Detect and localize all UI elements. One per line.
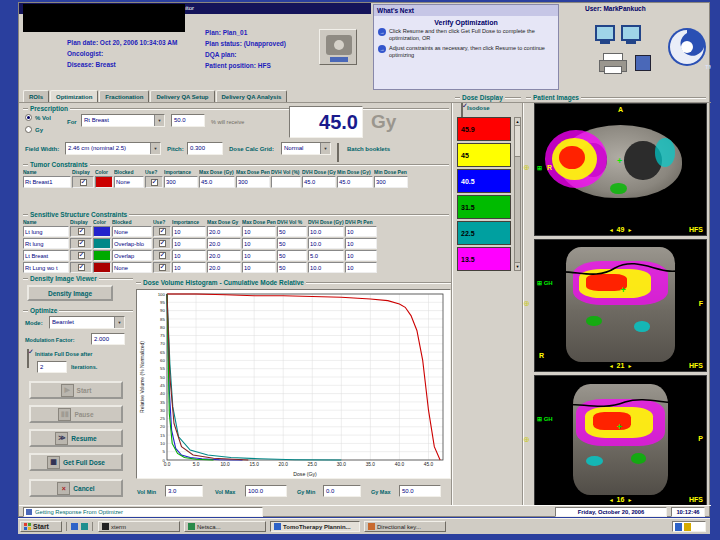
pan-crosshair-icon[interactable]: ⊕ (523, 435, 530, 444)
monitor-icon[interactable] (621, 25, 641, 44)
oar-dvh-dose-input[interactable]: 10.0 (308, 262, 344, 273)
oar-dvh-vol-input[interactable]: 50 (277, 262, 307, 273)
tray-icon[interactable] (684, 523, 691, 531)
oar-color-swatch[interactable] (93, 226, 111, 237)
oar-display-checkbox[interactable] (70, 262, 92, 273)
ct-view-coronal[interactable]: ⊞ GH R F + ◄ 21 ► HFS (534, 239, 707, 372)
isodose-scrollbar[interactable]: ▲ ▼ (514, 117, 521, 271)
start-button[interactable]: ▶Start (29, 381, 123, 399)
oar-max-pen-input[interactable]: 10 (242, 238, 276, 249)
oar-max-dose-input[interactable]: 20.0 (207, 250, 241, 261)
iterations-input[interactable]: 2 (37, 361, 67, 373)
pitch-input[interactable]: 0.300 (187, 142, 223, 155)
pause-button[interactable]: ▮▮Pause (29, 405, 123, 423)
gy-min-input[interactable]: 0.0 (323, 485, 361, 497)
density-image-button[interactable]: Density Image (27, 285, 113, 301)
chevron-down-icon[interactable]: ▼ (150, 143, 160, 154)
oar-use-checkbox[interactable] (153, 238, 171, 249)
ct-view-axial[interactable]: + A ⊞ R ◄ 49 ► HFS (534, 103, 707, 236)
oar-blocked-select[interactable]: Overlap-blo (112, 238, 152, 249)
tumor-min-pen-input[interactable]: 300 (374, 176, 408, 188)
oar-blocked-select[interactable]: Overlap (112, 250, 152, 261)
oar-blocked-select[interactable]: None (112, 226, 152, 237)
taskbar-task[interactable]: Directional key... (364, 521, 446, 532)
oar-max-dose-input[interactable]: 20.0 (207, 238, 241, 249)
taskbar-task[interactable]: Netsca... (184, 521, 266, 532)
chevron-down-icon[interactable]: ▼ (114, 317, 124, 328)
tool-icon[interactable] (635, 55, 651, 71)
tumor-min-dose-input[interactable]: 45.0 (337, 176, 373, 188)
vol-min-input[interactable]: 3.0 (165, 485, 203, 497)
oar-dvh-dose-input[interactable]: 10.0 (308, 226, 344, 237)
modulation-factor-input[interactable]: 2.000 (91, 333, 125, 345)
vol-max-input[interactable]: 100.0 (245, 485, 287, 497)
oar-display-checkbox[interactable] (70, 250, 92, 261)
tumor-color-swatch[interactable] (95, 176, 113, 188)
oar-use-checkbox[interactable] (153, 262, 171, 273)
structure-select[interactable]: Rt Breast▼ (81, 114, 165, 127)
isodose-level[interactable]: 31.5 (457, 195, 511, 219)
quick-launch-icon[interactable] (81, 523, 88, 530)
chevron-down-icon[interactable]: ▼ (154, 115, 164, 126)
oar-dvh-vol-input[interactable]: 50 (277, 226, 307, 237)
printer-icon[interactable] (599, 53, 625, 73)
oar-dvh-dose-input[interactable]: 10.0 (308, 238, 344, 249)
radio-gy[interactable] (25, 126, 32, 133)
oar-dvh-dose-input[interactable]: 5.0 (308, 250, 344, 261)
oar-color-swatch[interactable] (93, 238, 111, 249)
scroll-up-icon[interactable]: ▲ (515, 118, 520, 126)
get-full-dose-button[interactable]: ▦Get Full Dose (29, 453, 123, 471)
batch-checkbox[interactable] (337, 143, 339, 162)
prescription-radio-percent-vol[interactable]: % Vol (25, 114, 51, 121)
start-button[interactable]: Start (20, 521, 62, 532)
oar-max-pen-input[interactable]: 10 (242, 262, 276, 273)
tumor-use-checkbox[interactable] (145, 176, 163, 188)
taskbar-task[interactable]: TomoTherapy Plannin... (270, 521, 360, 532)
oar-dvh-pen-input[interactable]: 10 (345, 238, 377, 249)
oar-use-checkbox[interactable] (153, 250, 171, 261)
oar-max-pen-input[interactable]: 10 (242, 226, 276, 237)
slice-prev-icon[interactable]: ◄ (609, 363, 614, 369)
oar-importance-input[interactable]: 10 (172, 262, 206, 273)
tumor-dvh-vol-input[interactable] (271, 176, 301, 188)
oar-importance-input[interactable]: 10 (172, 250, 206, 261)
taskbar-task[interactable]: xterm (98, 521, 180, 532)
oar-color-swatch[interactable] (93, 262, 111, 273)
prescription-radio-gy[interactable]: Gy (25, 126, 43, 133)
field-width-select[interactable]: 2.46 cm (nominal 2.5)▼ (65, 142, 161, 155)
isodose-level[interactable]: 45.9 (457, 117, 511, 141)
chevron-down-icon[interactable]: ▼ (320, 143, 330, 154)
dose-calc-grid-select[interactable]: Normal▼ (281, 142, 331, 155)
oar-importance-input[interactable]: 10 (172, 238, 206, 249)
slice-prev-icon[interactable]: ◄ (609, 227, 614, 233)
pan-crosshair-icon[interactable]: ⊕ (523, 163, 530, 172)
oar-display-checkbox[interactable] (70, 226, 92, 237)
oar-dvh-pen-input[interactable]: 10 (345, 250, 377, 261)
isodose-level[interactable]: 22.5 (457, 221, 511, 245)
mode-select[interactable]: Beamlet▼ (49, 316, 125, 329)
oar-importance-input[interactable]: 10 (172, 226, 206, 237)
percent-input[interactable]: 50.0 (171, 114, 205, 127)
gy-max-input[interactable]: 50.0 (399, 485, 441, 497)
ct-view-sagittal[interactable]: ⊞ GH P + ◄ 16 ► HFS (534, 375, 707, 506)
radio-percent-vol[interactable] (25, 114, 32, 121)
slice-next-icon[interactable]: ► (627, 497, 632, 503)
oar-max-dose-input[interactable]: 20.0 (207, 226, 241, 237)
oar-dvh-vol-input[interactable]: 50 (277, 250, 307, 261)
monitor-icon[interactable] (595, 25, 615, 44)
isodose-level[interactable]: 45 (457, 143, 511, 167)
oar-use-checkbox[interactable] (153, 226, 171, 237)
tumor-max-dose-input[interactable]: 45.0 (199, 176, 235, 188)
isodose-level[interactable]: 13.5 (457, 247, 511, 271)
oar-color-swatch[interactable] (93, 250, 111, 261)
isodose-level[interactable]: 40.5 (457, 169, 511, 193)
scroll-thumb[interactable] (515, 126, 520, 157)
tray-icon[interactable] (675, 523, 682, 531)
scroll-down-icon[interactable]: ▼ (515, 262, 520, 270)
slice-next-icon[interactable]: ► (627, 227, 632, 233)
oar-dvh-vol-input[interactable]: 50 (277, 238, 307, 249)
pan-crosshair-icon[interactable]: ⊕ (523, 299, 530, 308)
tumor-importance-input[interactable]: 300 (164, 176, 198, 188)
oar-blocked-select[interactable]: None (112, 262, 152, 273)
oar-dvh-pen-input[interactable]: 10 (345, 262, 377, 273)
